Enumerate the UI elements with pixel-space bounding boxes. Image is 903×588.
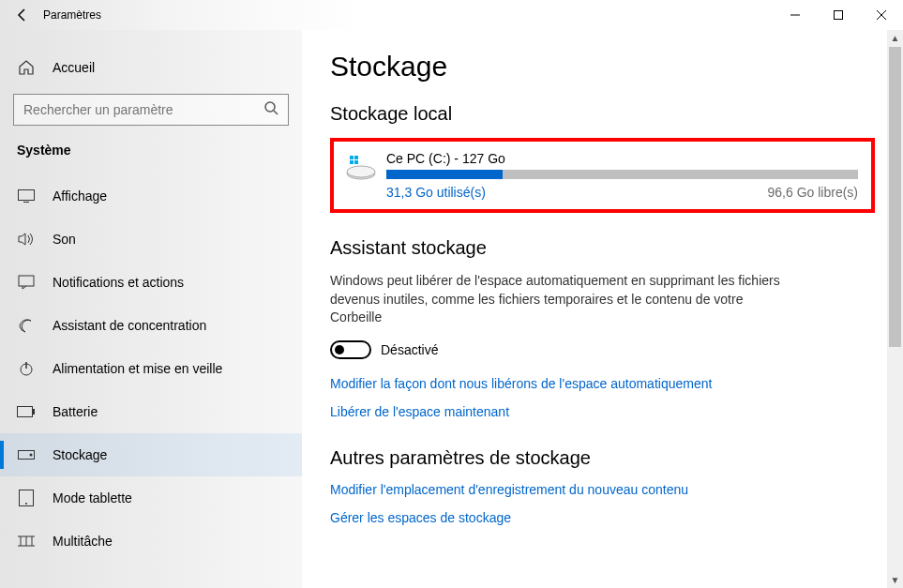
- content-area: Stockage Stockage local Ce PC (C:) - 127…: [302, 30, 903, 588]
- sidebar-item-label: Mode tablette: [53, 490, 132, 505]
- sidebar-item-display[interactable]: Affichage: [0, 174, 302, 218]
- svg-point-12: [30, 454, 33, 457]
- disk-usage-bar: [386, 170, 858, 179]
- disk-info: Ce PC (C:) - 127 Go 31,3 Go utilisé(s) 9…: [386, 151, 858, 200]
- sidebar-item-label: Batterie: [53, 404, 98, 419]
- disk-highlight-box: Ce PC (C:) - 127 Go 31,3 Go utilisé(s) 9…: [330, 138, 875, 213]
- home-icon: [17, 58, 36, 77]
- svg-point-21: [347, 166, 375, 177]
- sidebar-item-power[interactable]: Alimentation et mise en veille: [0, 347, 302, 390]
- minimize-button[interactable]: [774, 0, 817, 30]
- svg-rect-6: [19, 276, 34, 286]
- link-free-space-now[interactable]: Libérer de l'espace maintenant: [330, 404, 875, 419]
- back-button[interactable]: [8, 0, 38, 30]
- link-manage-storage-spaces[interactable]: Gérer les espaces de stockage: [330, 510, 875, 525]
- sidebar-item-multitasking[interactable]: Multitâche: [0, 520, 302, 563]
- other-storage-heading: Autres paramètres de stockage: [330, 447, 875, 469]
- svg-rect-9: [18, 407, 33, 417]
- sidebar-item-label: Stockage: [53, 447, 107, 462]
- disk-title: Ce PC (C:) - 127 Go: [386, 151, 858, 166]
- storage-sense-description: Windows peut libérer de l'espace automat…: [330, 272, 780, 327]
- svg-point-2: [265, 102, 275, 112]
- disk-usage-fill: [386, 170, 503, 179]
- search-icon: [263, 100, 278, 119]
- sidebar-home-label: Accueil: [53, 60, 95, 75]
- maximize-button[interactable]: [817, 0, 860, 30]
- close-button[interactable]: [860, 0, 903, 30]
- svg-rect-4: [19, 190, 35, 201]
- scroll-down-arrow-icon[interactable]: ▼: [887, 572, 903, 588]
- disk-used-label: 31,3 Go utilisé(s): [386, 185, 486, 200]
- sidebar-item-label: Alimentation et mise en veille: [53, 361, 222, 376]
- tablet-icon: [17, 489, 36, 507]
- sidebar-item-label: Multitâche: [53, 534, 113, 549]
- window-controls: [774, 0, 903, 30]
- disk-row[interactable]: Ce PC (C:) - 127 Go 31,3 Go utilisé(s) 9…: [343, 151, 858, 200]
- sidebar-item-sound[interactable]: Son: [0, 218, 302, 261]
- sidebar-item-focus-assist[interactable]: Assistant de concentration: [0, 304, 302, 347]
- sidebar-section-label: Système: [0, 143, 302, 158]
- window-title: Paramètres: [43, 8, 101, 22]
- scroll-up-arrow-icon[interactable]: ▲: [887, 30, 903, 46]
- sidebar-item-label: Assistant de concentration: [53, 318, 206, 333]
- link-configure-storage-sense[interactable]: Modifier la façon dont nous libérons de …: [330, 376, 875, 391]
- multitask-icon: [17, 532, 36, 550]
- toggle-state-label: Désactivé: [381, 342, 438, 357]
- toggle-knob: [335, 345, 344, 354]
- disk-drive-icon: [343, 151, 379, 187]
- sidebar-item-label: Son: [53, 232, 76, 247]
- battery-icon: [17, 402, 36, 421]
- notifications-icon: [17, 273, 36, 292]
- storage-sense-toggle[interactable]: [330, 340, 371, 359]
- vertical-scrollbar[interactable]: ▲ ▼: [887, 30, 903, 588]
- sidebar-nav: Affichage Son Notifications et actions A…: [0, 174, 302, 563]
- focus-assist-icon: [17, 316, 36, 335]
- search-input-wrap[interactable]: [13, 94, 289, 126]
- display-icon: [17, 187, 36, 205]
- svg-rect-1: [835, 11, 843, 20]
- sound-icon: [17, 230, 36, 249]
- svg-rect-10: [33, 409, 35, 415]
- sidebar-item-label: Affichage: [53, 188, 107, 204]
- storage-icon: [17, 445, 36, 464]
- disk-free-label: 96,6 Go libre(s): [768, 185, 858, 200]
- local-storage-heading: Stockage local: [330, 103, 875, 125]
- svg-line-3: [274, 111, 278, 114]
- sidebar: Accueil Système Affichage So: [0, 30, 302, 588]
- sidebar-item-storage[interactable]: Stockage: [0, 433, 302, 476]
- titlebar: Paramètres: [0, 0, 903, 30]
- svg-point-14: [25, 503, 27, 505]
- power-icon: [17, 359, 36, 378]
- link-change-save-location[interactable]: Modifier l'emplacement d'enregistrement …: [330, 482, 875, 497]
- sidebar-home[interactable]: Accueil: [0, 47, 302, 88]
- storage-sense-heading: Assistant stockage: [330, 237, 875, 259]
- sidebar-item-notifications[interactable]: Notifications et actions: [0, 261, 302, 304]
- sidebar-item-battery[interactable]: Batterie: [0, 390, 302, 433]
- page-title: Stockage: [330, 51, 875, 83]
- sidebar-item-label: Notifications et actions: [53, 275, 184, 290]
- sidebar-item-tablet-mode[interactable]: Mode tablette: [0, 476, 302, 520]
- search-input[interactable]: [23, 102, 263, 117]
- scroll-thumb[interactable]: [889, 47, 901, 347]
